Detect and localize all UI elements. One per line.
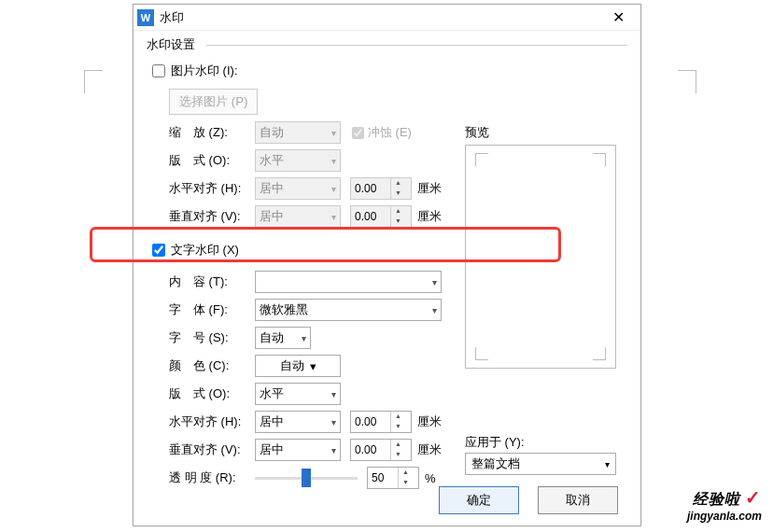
image-watermark-checkbox-row[interactable]: 图片水印 (I): bbox=[152, 59, 451, 83]
image-watermark-checkbox[interactable] bbox=[152, 64, 165, 77]
slider-thumb[interactable] bbox=[302, 469, 311, 487]
txt-halign-combo[interactable]: 居中▾ bbox=[255, 411, 341, 433]
chevron-down-icon: ▾ bbox=[432, 305, 437, 315]
select-image-button[interactable]: 选择图片 (P) bbox=[169, 89, 258, 115]
doc-corner-tl bbox=[84, 70, 103, 93]
cancel-button[interactable]: 取消 bbox=[538, 486, 618, 514]
dialog-title: 水印 bbox=[160, 9, 599, 26]
spinner-buttons[interactable]: ▲▼ bbox=[390, 440, 405, 460]
opacity-label: 透 明 度 (R): bbox=[169, 469, 255, 486]
chevron-down-icon: ▾ bbox=[432, 277, 437, 287]
img-layout-label: 版 式 (O): bbox=[169, 152, 255, 169]
scale-combo[interactable]: 自动▾ bbox=[255, 121, 341, 144]
text-watermark-checkbox[interactable] bbox=[152, 244, 165, 257]
chevron-down-icon: ▾ bbox=[331, 128, 336, 138]
erosion-checkbox[interactable] bbox=[352, 127, 364, 139]
apply-label: 应用于 (Y): bbox=[465, 434, 616, 451]
preview-box bbox=[465, 145, 616, 369]
txt-layout-combo[interactable]: 水平▾ bbox=[255, 383, 341, 405]
titlebar: W 水印 ✕ bbox=[134, 5, 640, 31]
img-halign-combo[interactable]: 居中▾ bbox=[255, 177, 341, 200]
scale-label: 缩 放 (Z): bbox=[169, 124, 255, 141]
doc-corner-tr bbox=[678, 70, 696, 93]
chevron-down-icon: ▾ bbox=[310, 359, 316, 373]
fieldset-title: 水印设置 bbox=[147, 36, 627, 53]
preview-section: 预览 bbox=[465, 124, 616, 369]
txt-layout-label: 版 式 (O): bbox=[169, 385, 255, 402]
color-label: 颜 色 (C): bbox=[169, 357, 255, 374]
chevron-down-icon: ▾ bbox=[331, 445, 336, 455]
chevron-down-icon: ▾ bbox=[302, 333, 306, 343]
img-valign-spinner[interactable]: ▲▼ bbox=[350, 205, 412, 228]
color-combo[interactable]: 自动▾ bbox=[255, 355, 341, 377]
chevron-down-icon: ▾ bbox=[331, 184, 336, 194]
content-combo[interactable]: ▾ bbox=[255, 271, 442, 293]
txt-halign-unit: 厘米 bbox=[417, 413, 442, 430]
img-halign-label: 水平对齐 (H): bbox=[169, 180, 255, 197]
opacity-spinner[interactable]: ▲▼ bbox=[367, 467, 419, 489]
txt-halign-label: 水平对齐 (H): bbox=[169, 413, 255, 430]
spinner-buttons[interactable]: ▲▼ bbox=[390, 178, 405, 199]
dialog-content: 水印设置 图片水印 (I): 选择图片 (P) 缩 放 (Z): 自动▾ 冲蚀 bbox=[134, 31, 640, 503]
size-label: 字 号 (S): bbox=[169, 329, 255, 346]
img-layout-combo[interactable]: 水平▾ bbox=[255, 149, 341, 172]
opacity-value[interactable] bbox=[368, 471, 398, 484]
size-combo[interactable]: 自动▾ bbox=[255, 327, 311, 349]
text-watermark-checkbox-row[interactable]: 文字水印 (X) bbox=[152, 238, 451, 262]
erosion-label: 冲蚀 (E) bbox=[368, 124, 412, 141]
chevron-down-icon: ▾ bbox=[605, 459, 610, 469]
txt-valign-value[interactable] bbox=[351, 443, 390, 456]
chevron-down-icon: ▾ bbox=[331, 417, 336, 427]
text-watermark-label: 文字水印 (X) bbox=[171, 242, 239, 259]
chevron-down-icon: ▾ bbox=[331, 212, 336, 222]
image-watermark-label: 图片水印 (I): bbox=[171, 63, 238, 79]
txt-valign-combo[interactable]: 居中▾ bbox=[255, 439, 341, 461]
apply-combo[interactable]: 整篇文档▾ bbox=[465, 453, 616, 475]
img-halign-value[interactable] bbox=[351, 182, 390, 195]
img-valign-label: 垂直对齐 (V): bbox=[169, 208, 255, 225]
img-valign-value[interactable] bbox=[351, 210, 390, 223]
close-button[interactable]: ✕ bbox=[599, 7, 637, 29]
opacity-slider[interactable] bbox=[255, 469, 358, 487]
apply-section: 应用于 (Y): 整篇文档▾ bbox=[465, 434, 616, 475]
watermark-dialog: W 水印 ✕ 水印设置 图片水印 (I): 选择图片 (P) 缩 放 (Z): … bbox=[133, 4, 641, 526]
dialog-footer: 确定 取消 bbox=[439, 486, 618, 514]
opacity-unit: % bbox=[425, 471, 436, 485]
app-icon: W bbox=[137, 9, 154, 26]
img-halign-spinner[interactable]: ▲▼ bbox=[350, 177, 412, 200]
chevron-down-icon: ▾ bbox=[331, 389, 336, 399]
ok-button[interactable]: 确定 bbox=[439, 486, 519, 514]
txt-valign-unit: 厘米 bbox=[417, 441, 442, 458]
img-valign-unit: 厘米 bbox=[417, 208, 442, 225]
img-valign-combo[interactable]: 居中▾ bbox=[255, 205, 341, 228]
font-combo[interactable]: 微软雅黑▾ bbox=[255, 299, 442, 321]
txt-halign-spinner[interactable]: ▲▼ bbox=[350, 411, 412, 433]
txt-valign-spinner[interactable]: ▲▼ bbox=[350, 439, 412, 461]
chevron-down-icon: ▾ bbox=[331, 156, 336, 166]
txt-valign-label: 垂直对齐 (V): bbox=[169, 441, 255, 458]
txt-halign-value[interactable] bbox=[351, 415, 390, 428]
settings-column: 图片水印 (I): 选择图片 (P) 缩 放 (Z): 自动▾ 冲蚀 (E) 版… bbox=[147, 55, 451, 492]
source-watermark: 经验啦 ✓ jingyanla.com bbox=[687, 486, 762, 523]
spinner-buttons[interactable]: ▲▼ bbox=[390, 206, 405, 227]
preview-label: 预览 bbox=[465, 124, 616, 141]
content-label: 内 容 (T): bbox=[169, 273, 255, 290]
spinner-buttons[interactable]: ▲▼ bbox=[398, 468, 413, 488]
font-label: 字 体 (F): bbox=[169, 301, 255, 318]
spinner-buttons[interactable]: ▲▼ bbox=[390, 412, 405, 432]
erosion-checkbox-row[interactable]: 冲蚀 (E) bbox=[352, 124, 412, 141]
img-halign-unit: 厘米 bbox=[417, 180, 442, 197]
check-icon: ✓ bbox=[745, 487, 762, 508]
